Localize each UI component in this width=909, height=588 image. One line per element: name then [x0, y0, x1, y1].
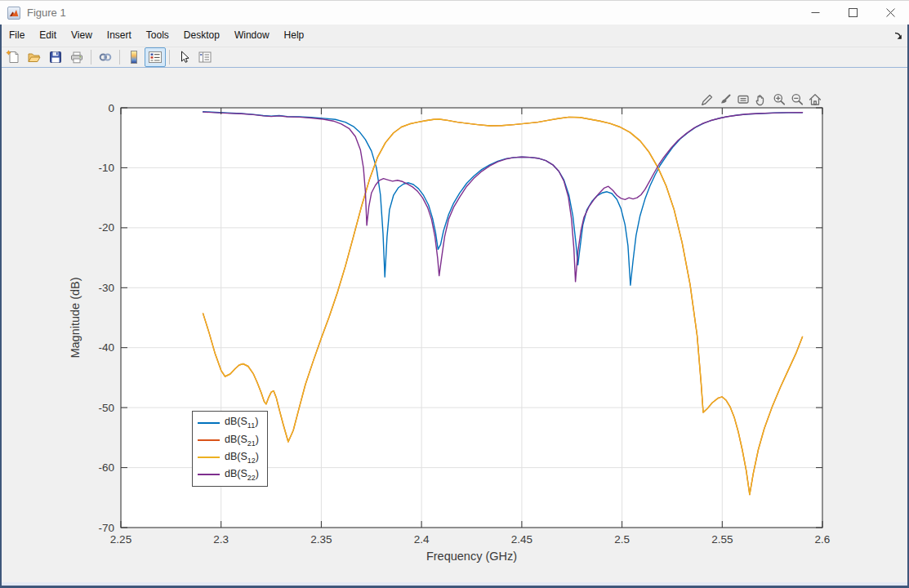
zoom-in-button[interactable] [771, 91, 786, 107]
axes-toolbar [699, 91, 822, 107]
menu-edit[interactable]: Edit [32, 24, 64, 47]
svg-text:-30: -30 [98, 282, 114, 294]
datatips-icon [736, 92, 751, 107]
toolbar-separator [91, 50, 91, 65]
cursor-icon [176, 50, 191, 65]
legend-line-s21 [198, 439, 220, 441]
svg-text:2.6: 2.6 [815, 533, 831, 546]
dock-figure-icon[interactable] [893, 31, 903, 41]
brush-button[interactable] [717, 91, 733, 107]
open-folder-icon [27, 50, 42, 65]
legend-entry-s21: dB(S21) [193, 431, 267, 448]
legend-label-s22: dB(S22) [225, 468, 259, 482]
figure-canvas: 2.252.32.352.42.452.52.552.60-10-20-30-4… [0, 68, 909, 586]
window-controls [796, 1, 909, 24]
maximize-icon [849, 8, 858, 17]
legend-entry-s12: dB(S12) [193, 449, 267, 466]
legend-icon [148, 50, 163, 65]
svg-text:-70: -70 [98, 522, 114, 534]
close-button[interactable] [871, 1, 909, 24]
svg-text:Magnitude (dB): Magnitude (dB) [69, 277, 82, 358]
svg-text:-10: -10 [98, 162, 114, 174]
svg-text:2.35: 2.35 [310, 533, 332, 546]
svg-text:Frequency (GHz): Frequency (GHz) [426, 550, 517, 563]
svg-text:2.5: 2.5 [614, 533, 630, 546]
edit-plot-button[interactable] [173, 47, 194, 67]
save-icon [48, 50, 63, 65]
new-figure-button[interactable] [2, 47, 24, 67]
menubar: File Edit View Insert Tools Desktop Wind… [0, 24, 909, 47]
legend[interactable]: dB(S11) dB(S21) dB(S12) dB(S22) [192, 411, 268, 487]
legend-line-s22 [198, 474, 220, 475]
toolbar-separator [119, 50, 120, 65]
svg-text:-40: -40 [98, 341, 114, 354]
menu-tools[interactable]: Tools [139, 24, 176, 47]
pan-icon [754, 92, 769, 107]
legend-line-s12 [198, 457, 220, 458]
window-title: Figure 1 [27, 7, 66, 19]
svg-text:2.55: 2.55 [711, 533, 733, 546]
brush-icon [718, 92, 733, 107]
restore-view-button[interactable] [807, 91, 822, 107]
datatips-button[interactable] [735, 91, 751, 107]
maximize-button[interactable] [834, 1, 871, 24]
insert-legend-button[interactable] [145, 47, 166, 67]
svg-text:2.45: 2.45 [511, 533, 532, 546]
figure-toolbar [0, 47, 909, 68]
svg-text:2.4: 2.4 [414, 533, 430, 546]
svg-text:2.25: 2.25 [110, 533, 131, 546]
legend-label-s12: dB(S12) [225, 451, 259, 465]
toolbar-separator [169, 50, 170, 65]
export-icon [700, 92, 715, 107]
legend-entry-s22: dB(S22) [193, 466, 267, 483]
close-icon [886, 8, 895, 17]
menu-file[interactable]: File [2, 24, 32, 47]
figure-window: Figure 1 File Edit View Insert Tools Des… [0, 0, 909, 588]
print-icon [69, 50, 84, 65]
svg-text:0: 0 [108, 102, 114, 114]
zoom-out-button[interactable] [789, 91, 804, 107]
menu-desktop[interactable]: Desktop [176, 24, 227, 47]
link-plot-icon [98, 50, 113, 65]
minimize-button[interactable] [796, 1, 834, 24]
home-icon [808, 92, 822, 107]
svg-text:-50: -50 [98, 402, 114, 414]
svg-text:-60: -60 [98, 461, 114, 474]
new-figure-icon [6, 50, 20, 65]
plot-browser-button[interactable] [194, 47, 216, 67]
legend-label-s11: dB(S11) [225, 416, 258, 430]
titlebar: Figure 1 [0, 0, 909, 24]
export-button[interactable] [699, 91, 715, 107]
colorbar-icon [127, 50, 141, 65]
axes-plot[interactable]: 2.252.32.352.42.452.52.552.60-10-20-30-4… [0, 68, 909, 586]
legend-line-s11 [198, 422, 220, 424]
pan-button[interactable] [753, 91, 769, 107]
menu-insert[interactable]: Insert [100, 24, 139, 47]
minimize-icon [811, 8, 820, 17]
open-file-button[interactable] [24, 47, 45, 67]
zoom-in-icon [772, 92, 786, 107]
link-plot-button[interactable] [95, 47, 116, 67]
zoom-out-icon [790, 92, 804, 107]
matlab-app-icon [7, 7, 20, 20]
menu-window[interactable]: Window [227, 24, 277, 47]
svg-text:-20: -20 [98, 221, 114, 234]
print-figure-button[interactable] [66, 47, 87, 67]
save-figure-button[interactable] [45, 47, 66, 67]
window-border [0, 24, 2, 588]
svg-text:2.3: 2.3 [213, 533, 229, 546]
insert-colorbar-button[interactable] [123, 47, 145, 67]
menu-help[interactable]: Help [277, 24, 312, 47]
plot-browser-icon [198, 50, 212, 65]
menu-view[interactable]: View [64, 24, 100, 47]
legend-entry-s11: dB(S11) [193, 414, 267, 431]
legend-label-s21: dB(S21) [225, 434, 259, 448]
